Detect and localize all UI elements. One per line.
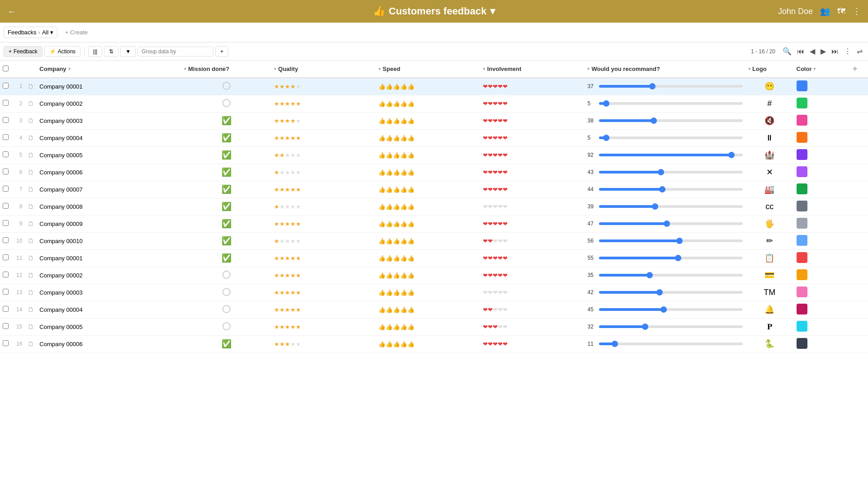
row-checkbox[interactable] (3, 83, 9, 89)
row-mission: ✅ (181, 146, 271, 164)
row-doc-icon[interactable]: 🗋 (25, 301, 37, 318)
row-involvement: ❤❤❤❤❤ (480, 146, 585, 164)
row-recommend: 92 (585, 146, 745, 164)
row-company[interactable]: Company 00006 (37, 335, 181, 352)
row-doc-icon[interactable]: 🗋 (25, 95, 37, 112)
row-quality: ★★★★★ (271, 249, 376, 267)
row-checkbox[interactable] (3, 220, 9, 226)
row-logo: 🔔 (745, 301, 794, 318)
row-checkbox[interactable] (3, 117, 9, 123)
row-doc-icon[interactable]: 🗋 (25, 215, 37, 232)
row-company[interactable]: Company 00007 (37, 181, 181, 198)
col-header-quality[interactable]: ▾ Quality (271, 61, 376, 78)
row-checkbox[interactable] (3, 254, 9, 260)
col-header-involvement[interactable]: ▾ Involvement (480, 61, 585, 78)
row-number: 11 (14, 249, 25, 267)
color-swatch (797, 166, 807, 177)
breadcrumb[interactable]: Feedbacks › All ▾ (4, 27, 57, 38)
row-checkbox[interactable] (3, 289, 9, 295)
filter-button[interactable]: ▼ (120, 46, 136, 57)
col-header-color[interactable]: Color ▾ (794, 61, 850, 78)
row-doc-icon[interactable]: 🗋 (25, 164, 37, 181)
col-header-logo[interactable]: ▾ Logo (745, 61, 794, 78)
row-company[interactable]: Company 00010 (37, 232, 181, 249)
row-doc-icon[interactable]: 🗋 (25, 112, 37, 129)
row-doc-icon[interactable]: 🗋 (25, 78, 37, 95)
split-button[interactable]: ⇌ (855, 46, 864, 56)
row-extra (850, 335, 868, 352)
row-company[interactable]: Company 00005 (37, 146, 181, 164)
row-checkbox[interactable] (3, 203, 9, 209)
row-company[interactable]: Company 00001 (37, 78, 181, 95)
row-company[interactable]: Company 00001 (37, 249, 181, 267)
row-checkbox[interactable] (3, 323, 9, 329)
create-button[interactable]: + Create (61, 27, 91, 38)
row-doc-icon[interactable]: 🗋 (25, 267, 37, 284)
row-company[interactable]: Company 00003 (37, 284, 181, 301)
next-page-button[interactable]: ▶ (819, 46, 828, 56)
user-area: John Doe 👥 🗺 ⋮ (778, 6, 861, 16)
row-company[interactable]: Company 00004 (37, 301, 181, 318)
adjust-button[interactable]: ⇅ (104, 46, 118, 57)
row-checkbox[interactable] (3, 272, 9, 277)
row-company[interactable]: Company 00009 (37, 215, 181, 232)
feedback-button[interactable]: + Feedback (4, 46, 42, 57)
row-mission: ✅ (181, 232, 271, 249)
row-checkbox[interactable] (3, 134, 9, 140)
title-dropdown-icon[interactable]: ▾ (490, 5, 495, 17)
people-icon[interactable]: 👥 (820, 6, 830, 16)
last-page-button[interactable]: ⏭ (830, 47, 840, 56)
row-checkbox[interactable] (3, 169, 9, 174)
actions-button[interactable]: ⚡ Actions (44, 46, 80, 57)
row-company[interactable]: Company 00008 (37, 198, 181, 215)
row-doc-icon[interactable]: 🗋 (25, 249, 37, 267)
row-checkbox[interactable] (3, 306, 9, 312)
row-doc-icon[interactable]: 🗋 (25, 198, 37, 215)
row-color (794, 335, 850, 352)
row-doc-icon[interactable]: 🗋 (25, 129, 37, 146)
prev-page-button[interactable]: ◀ (808, 46, 817, 56)
select-all-checkbox[interactable] (3, 66, 9, 71)
row-number: 12 (14, 267, 25, 284)
search-button[interactable]: 🔍 (781, 46, 793, 56)
back-button[interactable]: ← (7, 6, 16, 17)
map-icon[interactable]: 🗺 (837, 7, 845, 16)
add-group-button[interactable]: + (215, 46, 228, 57)
col-header-mission[interactable]: ▾ Mission done? (181, 61, 271, 78)
col-header-company[interactable]: Company ▾ (37, 61, 181, 78)
actions-label: Actions (58, 48, 75, 55)
breadcrumb-dropdown-icon[interactable]: ▾ (50, 29, 53, 36)
row-company[interactable]: Company 00002 (37, 95, 181, 112)
group-data-input[interactable] (137, 47, 213, 56)
add-column-header[interactable]: + (850, 61, 868, 78)
row-checkbox[interactable] (3, 186, 9, 192)
row-logo: 🖐 (745, 215, 794, 232)
row-doc-icon[interactable]: 🗋 (25, 284, 37, 301)
row-company[interactable]: Company 00005 (37, 318, 181, 335)
row-doc-icon[interactable]: 🗋 (25, 146, 37, 164)
color-swatch (797, 269, 807, 280)
row-company[interactable]: Company 00002 (37, 267, 181, 284)
color-swatch (797, 149, 807, 160)
row-checkbox[interactable] (3, 100, 9, 106)
row-doc-icon[interactable]: 🗋 (25, 181, 37, 198)
row-doc-icon[interactable]: 🗋 (25, 232, 37, 249)
select-all-header[interactable] (0, 61, 14, 78)
add-column-icon[interactable]: + (853, 64, 858, 73)
row-checkbox[interactable] (3, 151, 9, 157)
row-quality: ★★★★★ (271, 78, 376, 95)
col-header-speed[interactable]: ▾ Speed (376, 61, 480, 78)
row-checkbox[interactable] (3, 340, 9, 346)
row-company[interactable]: Company 00006 (37, 164, 181, 181)
columns-button[interactable]: ||| (88, 46, 102, 57)
row-checkbox[interactable] (3, 237, 9, 243)
row-company[interactable]: Company 00003 (37, 112, 181, 129)
row-logo: 💳 (745, 267, 794, 284)
col-header-recommend[interactable]: ▾ Would you recommand? (585, 61, 745, 78)
row-company[interactable]: Company 00004 (37, 129, 181, 146)
row-doc-icon[interactable]: 🗋 (25, 318, 37, 335)
menu-icon[interactable]: ⋮ (853, 6, 861, 16)
row-doc-icon[interactable]: 🗋 (25, 335, 37, 352)
first-page-button[interactable]: ⏮ (795, 47, 806, 56)
more-options-button[interactable]: ⋮ (842, 46, 853, 56)
